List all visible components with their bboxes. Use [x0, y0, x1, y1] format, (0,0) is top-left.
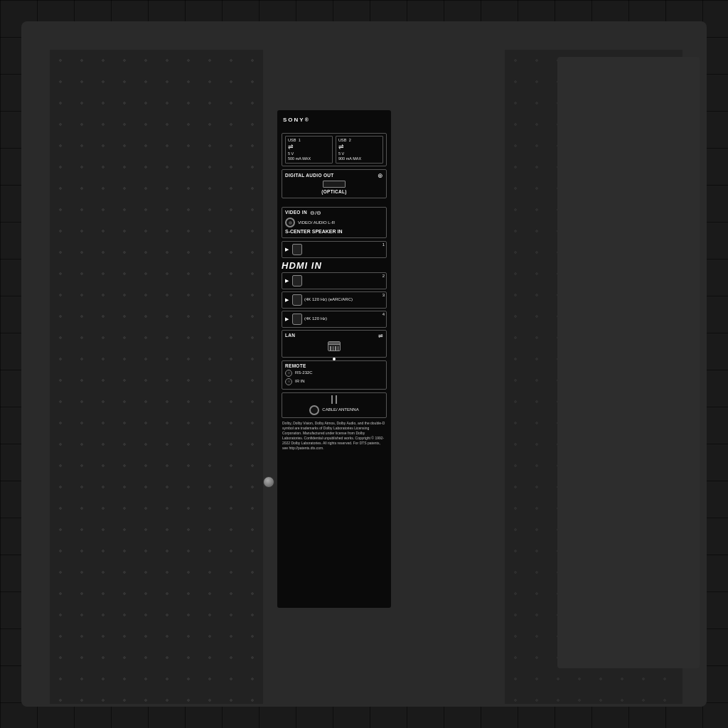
usb-section: USB 1 ⇌ 5 V 500 mA MAX USB 2 ⇌ 5 V 900 m… — [282, 133, 387, 166]
hdmi-port-3[interactable] — [292, 294, 302, 306]
hdmi-port-1[interactable] — [292, 244, 302, 255]
hdmi-port-2-container: 2 ▶ — [282, 272, 387, 289]
antenna-label: CABLE/ ANTENNA — [322, 407, 358, 412]
lan-label: LAN — [285, 333, 295, 338]
remote-section: REMOTE RS-232C IR IN — [282, 360, 387, 390]
digital-audio-section: DIGITAL AUDIO OUT ⊕ (OPTICAL) — [282, 169, 387, 198]
brand-symbol: ® — [305, 117, 310, 122]
usb1-label: USB 1 ⇌ 5 V 500 mA MAX — [288, 138, 330, 161]
s-center-label: S-CENTER SPEAKER IN — [285, 229, 383, 235]
disclaimer-text: Dolby, Dolby Vision, Dolby Atmos, Dolby … — [282, 421, 387, 451]
tv-back-panel: SONY® USB 1 ⇌ 5 V 500 mA MAX — [21, 21, 707, 707]
video-in-label: VIDEO IN — [285, 210, 307, 215]
rs232c-port[interactable] — [285, 370, 292, 377]
right-recessed-panel — [557, 57, 700, 668]
lan-port[interactable] — [328, 341, 341, 351]
video-in-icons: ⊖/⊖ — [310, 210, 321, 216]
hdmi-port-2-num: 2 — [382, 274, 385, 278]
connector-panel: SONY® USB 1 ⇌ 5 V 500 mA MAX — [277, 110, 391, 608]
hdmi-port-2[interactable] — [292, 275, 302, 287]
optical-port[interactable] — [323, 181, 346, 188]
video-in-port[interactable] — [285, 218, 295, 228]
ir-in-port[interactable] — [285, 378, 292, 385]
hdmi2-arrow: ▶ — [285, 278, 289, 284]
antenna-port[interactable] — [309, 405, 319, 415]
left-texture-area — [50, 50, 263, 704]
usb-port-2[interactable]: USB 2 ⇌ 5 V 900 mA MAX — [336, 136, 383, 164]
ir-in-label: IR IN — [295, 379, 305, 384]
hdmi-port-4-container: 4 ▶ (4K 120 Hz) — [282, 311, 387, 328]
digital-audio-icon: ⊕ — [378, 172, 383, 179]
usb2-label: USB 2 ⇌ 5 V 900 mA MAX — [338, 138, 380, 161]
hdmi-port-4[interactable] — [292, 314, 302, 325]
hdmi-port-3-num: 3 — [382, 293, 385, 297]
sony-logo: SONY® — [282, 116, 387, 129]
remote-label: REMOTE — [285, 363, 383, 368]
hdmi3-arrow: ▶ — [285, 297, 289, 303]
hdmi4-arrow: ▶ — [285, 316, 289, 322]
video-in-section: VIDEO IN ⊖/⊖ VIDEO/ AUDIO L-R S-CENTER S… — [282, 207, 387, 237]
ir-in-row: IR IN — [285, 378, 383, 385]
hdmi-port-1-container: 1 ▶ — [282, 241, 387, 258]
hdmi1-arrow: ▶ — [285, 247, 289, 252]
optical-label: (OPTICAL) — [285, 189, 383, 194]
lan-section: LAN ⇌ — [282, 330, 387, 358]
digital-audio-label: DIGITAL AUDIO OUT — [285, 173, 334, 178]
antenna-section: CABLE/ ANTENNA — [282, 392, 387, 418]
hdmi4-note: (4K 120 Hz) — [304, 316, 327, 321]
rs232c-row: RS-232C — [285, 370, 383, 377]
hdmi-port-4-num: 4 — [382, 312, 385, 316]
hdmi-port-1-num: 1 — [382, 242, 385, 247]
brand-name: SONY — [283, 117, 305, 123]
hdmi-port-3-container: 3 ▶ (4K 120 Hz) (eARC/ARC) — [282, 291, 387, 309]
usb-ports-row: USB 1 ⇌ 5 V 500 mA MAX USB 2 ⇌ 5 V 900 m… — [285, 136, 383, 164]
usb-port-1[interactable]: USB 1 ⇌ 5 V 500 mA MAX — [285, 136, 333, 164]
hdmi-label: HDMI IN — [282, 260, 387, 271]
hdmi3-note: (4K 120 Hz) (eARC/ARC) — [304, 297, 353, 302]
video-audio-label: VIDEO/ AUDIO L-R — [298, 220, 335, 225]
lan-icon: ⇌ — [378, 333, 383, 339]
panel-screw — [263, 476, 274, 488]
rs232c-label: RS-232C — [295, 370, 313, 375]
